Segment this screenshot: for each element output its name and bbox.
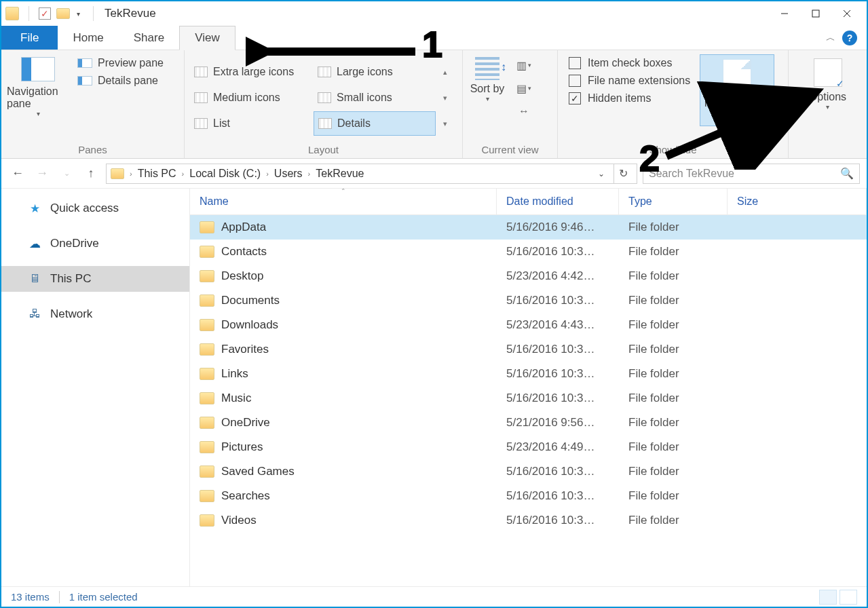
file-name-extensions-toggle[interactable]: File name extensions: [563, 72, 696, 90]
folder-icon: [200, 221, 214, 233]
breadcrumb-users[interactable]: Users: [274, 168, 303, 180]
file-row[interactable]: Pictures5/23/2016 4:49…File folder: [190, 435, 867, 459]
file-type: File folder: [619, 291, 728, 310]
add-columns-button[interactable]: ▤▾: [516, 80, 532, 96]
layout-scroll-up[interactable]: ▴: [437, 60, 453, 84]
options-button[interactable]: Options ▾: [801, 54, 855, 115]
column-header-size[interactable]: Size: [728, 189, 867, 214]
layout-large-icons[interactable]: Large icons: [314, 60, 436, 84]
file-row[interactable]: OneDrive5/21/2016 9:56…File folder: [190, 411, 867, 435]
column-header-type[interactable]: Type: [619, 189, 728, 214]
search-icon[interactable]: 🔍: [840, 167, 854, 180]
file-row[interactable]: Videos5/16/2016 10:3…File folder: [190, 508, 867, 533]
minimize-button[interactable]: [769, 3, 800, 24]
column-header-date[interactable]: Date modified: [497, 189, 619, 214]
sidebar-item-onedrive[interactable]: ☁ OneDrive: [1, 231, 189, 256]
breadcrumb-local-disk[interactable]: Local Disk (C:): [189, 168, 261, 180]
help-button[interactable]: ?: [842, 31, 857, 45]
file-date: 5/16/2016 10:3…: [497, 364, 619, 383]
file-name: Pictures: [221, 440, 263, 454]
navigation-pane-button[interactable]: Navigation pane ▾: [7, 54, 69, 117]
file-row[interactable]: Links5/16/2016 10:3…File folder: [190, 362, 867, 386]
qat-dropdown[interactable]: ▾: [73, 8, 83, 19]
sidebar-item-quick-access[interactable]: ★ Quick access: [1, 195, 189, 221]
column-header-name[interactable]: Name˄: [190, 189, 497, 214]
layout-small-icons[interactable]: Small icons: [314, 86, 436, 110]
size-columns-button[interactable]: ↔: [516, 103, 532, 119]
group-by-button[interactable]: ▥▾: [516, 57, 532, 73]
file-date: 5/16/2016 9:46…: [497, 218, 619, 237]
file-type: File folder: [619, 389, 728, 408]
layout-label: List: [213, 117, 230, 130]
hide-selected-label: Hide selected items: [703, 97, 771, 121]
chevron-right-icon[interactable]: ›: [179, 170, 187, 178]
recent-locations-button[interactable]: ⌄: [57, 164, 76, 183]
file-size: [728, 469, 867, 474]
file-row[interactable]: Desktop5/23/2016 4:42…File folder: [190, 264, 867, 288]
options-label: Options: [809, 91, 846, 103]
tab-share[interactable]: Share: [119, 26, 179, 50]
tab-view[interactable]: View: [179, 26, 235, 50]
item-check-boxes-toggle[interactable]: Item check boxes: [563, 54, 696, 72]
layout-scroll-down[interactable]: ▾: [437, 86, 453, 110]
address-dropdown-button[interactable]: ⌄: [592, 164, 611, 183]
file-size: [728, 396, 867, 401]
back-button[interactable]: ←: [8, 164, 27, 183]
details-view-button[interactable]: [819, 590, 837, 605]
file-row[interactable]: Music5/16/2016 10:3…File folder: [190, 386, 867, 411]
ribbon-tabs: File Home Share View ︿ ?: [1, 26, 867, 50]
chevron-right-icon[interactable]: ›: [305, 170, 314, 178]
tab-home[interactable]: Home: [58, 26, 118, 50]
file-size: [728, 493, 867, 499]
hidden-items-toggle[interactable]: ✓ Hidden items: [563, 90, 696, 107]
file-date: 5/16/2016 10:3…: [497, 242, 619, 261]
refresh-button[interactable]: ↻: [614, 164, 633, 183]
layout-more[interactable]: ▾: [437, 111, 453, 136]
search-input[interactable]: Search TekRevue 🔍: [643, 164, 860, 184]
file-row[interactable]: Documents5/16/2016 10:3…File folder: [190, 288, 867, 313]
file-row[interactable]: Saved Games5/16/2016 10:3…File folder: [190, 459, 867, 484]
tab-file[interactable]: File: [1, 26, 58, 50]
large-icon: [318, 66, 331, 77]
file-size: [728, 518, 867, 523]
layout-label: Extra large icons: [213, 66, 294, 78]
chevron-right-icon[interactable]: ›: [127, 170, 135, 178]
up-button[interactable]: ↑: [81, 164, 100, 183]
collapse-ribbon-button[interactable]: ︿: [826, 32, 835, 44]
layout-details[interactable]: Details: [314, 111, 436, 136]
app-icon[interactable]: [5, 7, 19, 20]
file-row[interactable]: Favorites5/16/2016 10:3…File folder: [190, 337, 867, 362]
sidebar-item-this-pc[interactable]: 🖥 This PC: [1, 266, 189, 292]
content-area: ★ Quick access ☁ OneDrive 🖥 This PC 🖧 Ne…: [1, 189, 867, 586]
sidebar-item-network[interactable]: 🖧 Network: [1, 301, 189, 327]
close-icon: [843, 10, 851, 18]
layout-list[interactable]: List: [190, 111, 312, 136]
breadcrumb-tekrevue[interactable]: TekRevue: [316, 168, 364, 180]
layout-extra-large-icons[interactable]: Extra large icons: [190, 60, 312, 84]
file-row[interactable]: Contacts5/16/2016 10:3…File folder: [190, 240, 867, 264]
sort-by-button[interactable]: Sort by ▾: [468, 54, 506, 102]
navigation-bar: ← → ⌄ ↑ › This PC › Local Disk (C:) › Us…: [1, 159, 867, 189]
thumbnails-view-button[interactable]: [839, 590, 857, 605]
details-pane-button[interactable]: Details pane: [73, 72, 168, 90]
group-label-empty: [794, 141, 861, 157]
address-bar[interactable]: › This PC › Local Disk (C:) › Users › Te…: [106, 164, 637, 184]
layout-medium-icons[interactable]: Medium icons: [190, 86, 312, 110]
preview-pane-button[interactable]: Preview pane: [73, 54, 168, 72]
file-row[interactable]: Searches5/16/2016 10:3…File folder: [190, 484, 867, 508]
forward-button[interactable]: →: [33, 164, 52, 183]
file-row[interactable]: Downloads5/23/2016 4:43…File folder: [190, 313, 867, 337]
properties-qat-button[interactable]: ✓: [39, 7, 51, 20]
new-folder-qat-button[interactable]: [56, 8, 70, 19]
hide-selected-items-button[interactable]: Hide selected items: [700, 54, 774, 126]
chevron-right-icon[interactable]: ›: [263, 170, 271, 178]
file-type: File folder: [619, 267, 728, 286]
file-row[interactable]: AppData5/16/2016 9:46…File folder: [190, 215, 867, 240]
breadcrumb-this-pc[interactable]: This PC: [138, 168, 176, 180]
file-type: File folder: [619, 511, 728, 530]
maximize-button[interactable]: [800, 3, 831, 24]
group-label-show-hide: Show/hide: [563, 141, 782, 157]
close-button[interactable]: [831, 3, 863, 24]
file-type: File folder: [619, 413, 728, 432]
preview-pane-label: Preview pane: [98, 57, 164, 69]
